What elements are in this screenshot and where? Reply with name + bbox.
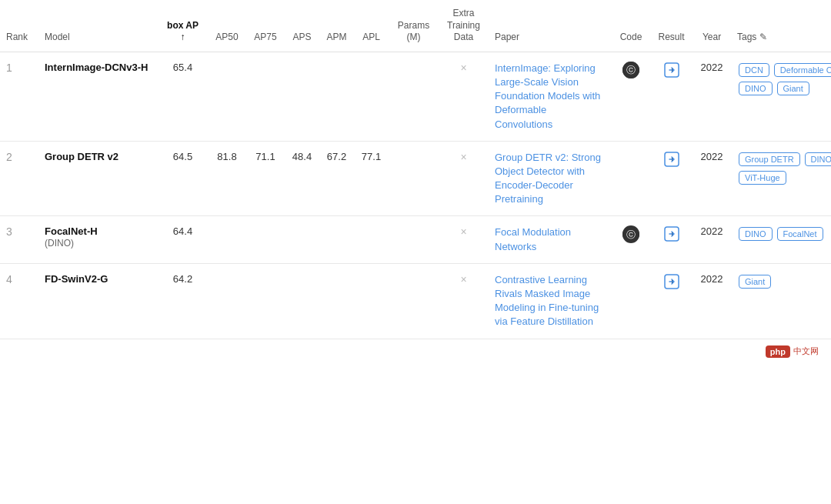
cell-extra: × — [439, 52, 489, 141]
cell-apm — [319, 216, 354, 263]
cell-ap50 — [208, 216, 246, 263]
cell-tags: Group DETRDINOViT-Huge — [731, 141, 831, 216]
paper-link[interactable]: Contrastive Learning Rivals Masked Image… — [495, 273, 606, 329]
col-header-ap75: AP75 — [246, 0, 285, 52]
model-sub: (DINO) — [45, 238, 74, 249]
php-badge: php — [766, 345, 790, 358]
result-icon[interactable] — [663, 66, 680, 82]
paper-link[interactable]: Focal Modulation Networks — [495, 225, 606, 253]
paper-link[interactable]: Group DETR v2: Strong Object Detector wi… — [495, 151, 606, 207]
cell-apl — [354, 263, 389, 339]
tag-badge[interactable]: DINO — [805, 152, 831, 166]
tag-badge[interactable]: Group DETR — [739, 152, 800, 166]
cell-apl — [354, 52, 389, 141]
tag-badge[interactable]: DCN — [739, 63, 769, 77]
col-header-year: Year — [692, 0, 731, 52]
cell-apm: 67.2 — [319, 141, 354, 216]
col-header-tags[interactable]: Tags ✎ — [731, 0, 831, 52]
table-row: 2Group DETR v264.581.871.148.467.277.1×G… — [0, 141, 831, 216]
tag-badge[interactable]: DINO — [739, 227, 773, 241]
result-icon[interactable] — [663, 230, 680, 245]
cross-icon: × — [460, 225, 466, 238]
cell-year: 2022 — [692, 141, 731, 216]
svg-text:ⓒ: ⓒ — [626, 229, 636, 240]
cell-rank: 1 — [0, 52, 38, 141]
tags-wrapper: Giant — [737, 273, 831, 290]
cell-year: 2022 — [692, 52, 731, 141]
cell-ap50 — [208, 52, 246, 141]
tag-badge[interactable]: Giant — [739, 275, 771, 289]
cell-model: Group DETR v2 — [38, 141, 158, 216]
cell-boxap: 65.4 — [158, 52, 208, 141]
cell-paper[interactable]: Focal Modulation Networks — [489, 216, 612, 263]
cell-boxap: 64.5 — [158, 141, 208, 216]
cell-aps — [285, 263, 319, 339]
tag-badge[interactable]: FocalNet — [777, 227, 823, 241]
cell-aps — [285, 216, 319, 263]
col-header-apl: APL — [354, 0, 389, 52]
table-row: 3FocalNet-H(DINO)64.4×Focal Modulation N… — [0, 216, 831, 263]
cell-extra: × — [439, 141, 489, 216]
col-header-code: Code — [612, 0, 650, 52]
cell-params — [389, 141, 439, 216]
main-table-container: Rank Model box AP ↑ AP50 AP75 APS APM AP… — [0, 0, 831, 364]
cell-boxap: 64.4 — [158, 216, 208, 263]
cell-code — [612, 141, 650, 216]
tags-wrapper: Group DETRDINOViT-Huge — [737, 151, 831, 186]
cell-ap75 — [246, 263, 285, 339]
table-row: 1InternImage-DCNv3-H65.4×InternImage: Ex… — [0, 52, 831, 141]
model-name: FocalNet-H — [45, 225, 98, 237]
tag-badge[interactable]: ViT-Huge — [739, 171, 786, 185]
cell-apl — [354, 216, 389, 263]
footer-brand: php 中文网 — [0, 339, 831, 364]
cell-result — [650, 141, 692, 216]
cell-extra: × — [439, 263, 489, 339]
cell-params — [389, 216, 439, 263]
cell-paper[interactable]: Contrastive Learning Rivals Masked Image… — [489, 263, 612, 339]
table-header-row: Rank Model box AP ↑ AP50 AP75 APS APM AP… — [0, 0, 831, 52]
paper-link[interactable]: InternImage: Exploring Large-Scale Visio… — [495, 62, 606, 132]
result-icon[interactable] — [663, 155, 680, 171]
col-header-result: Result — [650, 0, 692, 52]
col-header-boxap[interactable]: box AP ↑ — [158, 0, 208, 52]
github-icon[interactable]: ⓒ — [622, 225, 639, 242]
cell-ap50: 81.8 — [208, 141, 246, 216]
cross-icon: × — [460, 151, 466, 163]
model-name: Group DETR v2 — [45, 151, 118, 162]
cell-ap75: 71.1 — [246, 141, 285, 216]
cell-result — [650, 52, 692, 141]
cell-code: ⓒ — [612, 216, 650, 263]
col-header-extra: Extra Training Data — [439, 0, 489, 52]
result-icon[interactable] — [663, 278, 680, 293]
cell-rank: 2 — [0, 141, 38, 216]
cell-tags: Giant — [731, 263, 831, 339]
tag-badge[interactable]: Deformable Convolution — [774, 63, 831, 77]
cell-boxap: 64.2 — [158, 263, 208, 339]
tags-wrapper: DCNDeformable ConvolutionDINOGiant — [737, 62, 831, 97]
cn-label: 中文网 — [793, 345, 819, 357]
cell-year: 2022 — [692, 263, 731, 339]
cell-apm — [319, 263, 354, 339]
model-name: InternImage-DCNv3-H — [45, 62, 148, 73]
cell-ap75 — [246, 216, 285, 263]
cell-extra: × — [439, 216, 489, 263]
tag-badge[interactable]: DINO — [739, 82, 773, 95]
github-icon[interactable]: ⓒ — [622, 62, 639, 78]
cell-paper[interactable]: Group DETR v2: Strong Object Detector wi… — [489, 141, 612, 216]
col-header-paper: Paper — [489, 0, 612, 52]
cell-model: InternImage-DCNv3-H — [38, 52, 158, 141]
col-header-apm: APM — [319, 0, 354, 52]
leaderboard-table: Rank Model box AP ↑ AP50 AP75 APS APM AP… — [0, 0, 831, 339]
model-name: FD-SwinV2-G — [45, 273, 108, 285]
cell-model: FD-SwinV2-G — [38, 263, 158, 339]
cell-result — [650, 263, 692, 339]
cell-paper[interactable]: InternImage: Exploring Large-Scale Visio… — [489, 52, 612, 141]
tag-badge[interactable]: Giant — [777, 82, 809, 95]
cross-icon: × — [460, 273, 466, 285]
cell-params — [389, 52, 439, 141]
cross-icon: × — [460, 62, 466, 74]
cell-tags: DCNDeformable ConvolutionDINOGiant — [731, 52, 831, 141]
cell-params — [389, 263, 439, 339]
tags-wrapper: DINOFocalNet — [737, 225, 831, 242]
cell-result — [650, 216, 692, 263]
